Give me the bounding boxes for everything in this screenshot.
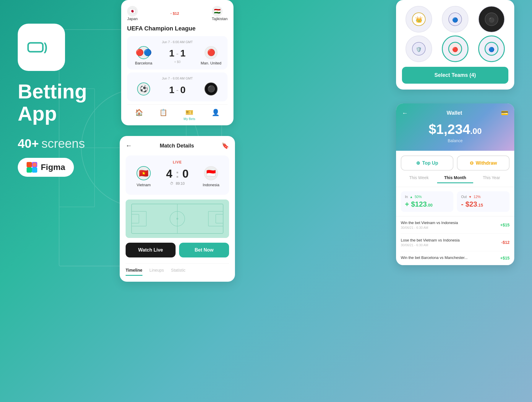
period-tabs: This Week This Month This Year [396,175,514,187]
svg-text:🛡️: 🛡️ [416,47,422,52]
indonesia-logo: 🇮🇩 [204,166,218,180]
left-panel: ) Betting App 40+ screens Figma [18,24,118,177]
watch-live-button[interactable]: Watch Live [126,243,176,257]
barcelona-logo: 🔴🔵 [137,46,150,59]
svg-text:🔵: 🔵 [452,17,458,23]
svg-rect-6 [28,43,43,52]
nav-bets[interactable]: 📋 [159,109,167,121]
team-bayern: ⚽ [132,82,155,97]
topup-button[interactable]: ⊕ Top Up [401,155,453,171]
svg-text:): ) [44,41,48,53]
bets-icon: 📋 [159,109,167,116]
tajikistan-logo: 🇹🇯 [212,6,223,17]
wallet-top-row: ← Wallet 💳 [402,109,508,116]
bet-now-button[interactable]: Bet Now [179,243,229,257]
svg-rect-11 [32,167,37,173]
prev-match-row: 🇯🇵 Japan - $12 🇹🇯 Tajikistan [127,6,228,25]
nav-mybets[interactable]: 🎫 My Bets [184,109,195,121]
wallet-balance: $1,234.00 [402,121,508,137]
tab-lineups[interactable]: Lineups [150,268,164,276]
live-team-vietnam: 🇻🇳 Vietnam [130,166,157,187]
topup-icon: ⊕ [416,160,420,166]
match2-score: 1 - 0 [155,85,199,95]
stat-in: In ▲ 50% + $123.00 [401,191,453,212]
japan-logo: 🇯🇵 [127,6,138,17]
svg-text:🔵: 🔵 [489,47,494,52]
figma-icon [27,162,37,173]
nav-profile[interactable]: 👤 [212,109,220,121]
stat-in-label: In ▲ 50% [405,195,449,199]
team-manutd: 🔴 Man. United [199,46,223,65]
team-juventus: ⚫ [199,82,223,97]
wallet-header: ← Wallet 💳 $1,234.00 Balance [396,103,514,151]
withdraw-icon: ⊖ [470,160,473,166]
tx-1-info: Win the bet Vietnam vs Indonesia 30/06/2… [401,221,458,229]
tx-2-info: Lose the bet Vietnam vs Indonesia 30/06/… [401,238,460,247]
tab-this-week[interactable]: This Week [401,175,437,183]
live-score: 4 : 0 [157,168,198,180]
wallet-card: ← Wallet 💳 $1,234.00 Balance ⊕ Top Up ⊖ … [396,103,514,265]
wallet-actions: ⊕ Top Up ⊖ Withdraw [396,151,514,175]
team-slot-5: 🔴 [438,35,472,62]
home-icon: 🏠 [135,109,143,116]
juventus-logo: ⚫ [205,82,218,95]
live-badge: LIVE [130,160,224,164]
vietnam-logo: 🇻🇳 [137,166,151,180]
wallet-card-icon: 💳 [501,109,508,116]
tab-this-year[interactable]: This Year [473,175,510,183]
team-logo-chelsea[interactable]: 🔵 [478,35,505,62]
match1-score: 1 - 1 + $0 [155,48,199,64]
tab-statistic[interactable]: Statistic [171,268,186,276]
live-score-center: 4 : 0 ⏱ 89:10 [157,168,198,186]
svg-text:⚫: ⚫ [489,17,494,23]
transactions-list: Win the bet Vietnam vs Indonesia 30/06/2… [396,216,514,265]
nav-bar: 🏠 📋 🎫 My Bets 👤 [127,104,228,121]
nav-home[interactable]: 🏠 [135,109,143,121]
svg-point-17 [176,218,178,220]
svg-rect-8 [27,162,32,167]
transaction-row-2: Lose the bet Vietnam vs Indonesia 30/06/… [401,234,510,251]
tab-this-month[interactable]: This Month [437,175,473,183]
svg-text:🔴: 🔴 [452,47,458,52]
withdraw-button[interactable]: ⊖ Withdraw [457,155,510,171]
league-title: UEFA Champion League [127,25,228,32]
manutd-logo: 🔴 [205,46,218,59]
tab-timeline[interactable]: Timeline [126,268,142,276]
stat-in-amount: + $123.00 [405,200,449,208]
team-logo-4[interactable]: 🛡️ [406,35,432,62]
match2-date: Jun 7 - 6:00 AM GMT [132,77,223,80]
match-details-header: ← Match Details 🔖 [126,142,229,150]
match1-date: Jun 7 - 6:00 AM GMT [132,40,223,44]
match-card-1: Jun 7 - 6:00 AM GMT 🔴🔵 Barcelona 1 - 1 +… [127,36,228,69]
wallet-title: Wallet [408,110,501,116]
wallet-balance-label: Balance [402,138,508,143]
svg-rect-10 [27,167,32,173]
field-visualization [126,200,229,238]
wallet-stats: In ▲ 50% + $123.00 Out ▼ 12% - $23.15 [396,187,514,216]
match-time: ⏱ 89:10 [157,181,198,186]
match-details-title: Match Details [160,143,194,149]
tx-3-info: Win the bet Barcelona vs Manchester... [401,255,468,261]
stat-out: Out ▼ 12% - $23.15 [457,191,510,212]
team-barcelona: 🔴🔵 Barcelona [132,46,155,65]
back-button[interactable]: ← [126,142,132,150]
team-logo-3-dark[interactable]: ⚫ [478,6,505,33]
match-details-card: ← Match Details 🔖 LIVE 🇻🇳 Vietnam 4 : 0 … [120,136,235,282]
live-match-display: LIVE 🇻🇳 Vietnam 4 : 0 ⏱ 89:10 🇮🇩 Ind [126,155,229,195]
select-teams-button[interactable]: Select Teams (4) [402,67,508,84]
wallet-back-button[interactable]: ← [402,110,408,116]
app-icon: ) [18,24,65,71]
teams-grid: 👑 🔵 ⚫ 🛡️ [402,6,508,62]
match-card-2: Jun 7 - 6:00 AM GMT ⚽ 1 - 0 ⚫ [127,72,228,101]
transaction-row-3: Win the bet Barcelona vs Manchester... +… [401,251,510,265]
svg-point-12 [33,163,37,167]
select-teams-card: 👑 🔵 ⚫ 🛡️ [396,0,514,90]
live-score-row: 🇻🇳 Vietnam 4 : 0 ⏱ 89:10 🇮🇩 Indonesia [130,166,224,187]
team-logo-real-madrid[interactable]: 👑 [406,6,432,33]
mybets-icon: 🎫 [184,109,195,116]
screens-badge: 40+ screens [18,137,118,151]
action-buttons: Watch Live Bet Now [126,243,229,257]
team-logo-2[interactable]: 🔵 [442,6,468,33]
bookmark-button[interactable]: 🔖 [222,142,229,149]
team-logo-manutd[interactable]: 🔴 [442,35,468,62]
